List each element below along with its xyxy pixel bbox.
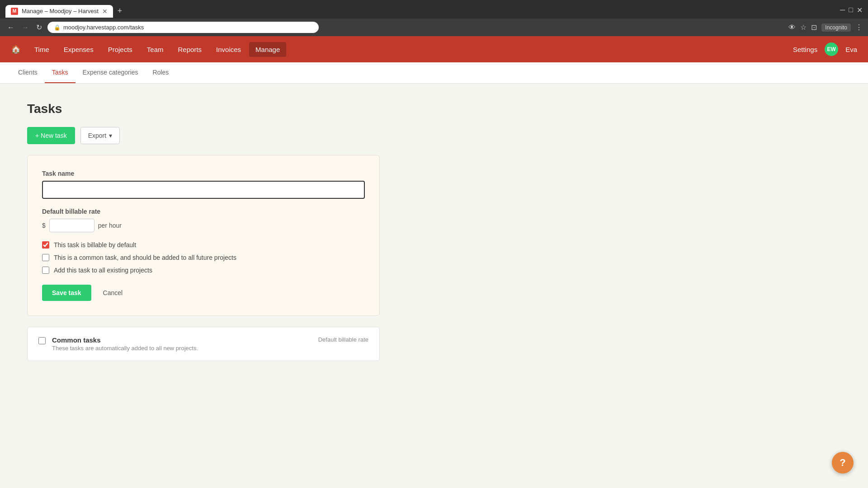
checkbox-billable-label: This task is billable by default	[54, 241, 136, 249]
tab-favicon: M	[11, 8, 18, 15]
close-button[interactable]: ✕	[857, 6, 863, 14]
common-tasks-select-all[interactable]	[38, 337, 46, 344]
back-button[interactable]: ←	[5, 22, 16, 33]
common-tasks-description: These tasks are automatically added to a…	[52, 345, 312, 352]
billable-rate-section: Default billable rate $ per hour	[42, 208, 365, 232]
nav-links: Time Expenses Projects Team Reports Invo…	[28, 42, 286, 57]
nav-reports[interactable]: Reports	[172, 42, 208, 57]
home-link[interactable]: 🏠	[11, 44, 21, 54]
common-tasks-rate-label: Default billable rate	[318, 336, 368, 343]
billable-rate-label: Default billable rate	[42, 208, 365, 215]
common-tasks-section: Common tasks These tasks are automatical…	[27, 327, 380, 361]
browser-tab[interactable]: M Manage – Moodjoy – Harvest ✕	[5, 5, 113, 18]
user-name: Eva	[845, 46, 857, 53]
common-tasks-title: Common tasks	[52, 336, 312, 344]
nav-team[interactable]: Team	[141, 42, 170, 57]
user-avatar[interactable]: EW	[825, 42, 838, 56]
task-name-label: Task name	[42, 170, 365, 177]
main-content: Tasks + New task Export ▾ Task name Defa…	[0, 84, 868, 488]
window-controls: ─ □ ✕	[840, 6, 863, 16]
checkbox-group: This task is billable by default This is…	[42, 241, 365, 274]
chevron-down-icon: ▾	[109, 132, 112, 139]
nav-expenses[interactable]: Expenses	[57, 42, 100, 57]
tab-close-button[interactable]: ✕	[102, 8, 108, 15]
sub-nav-clients[interactable]: Clients	[11, 62, 45, 83]
tab-bar: M Manage – Moodjoy – Harvest ✕ + ─ □ ✕	[0, 0, 868, 19]
export-button[interactable]: Export ▾	[80, 127, 120, 144]
sub-nav-tasks[interactable]: Tasks	[45, 62, 75, 83]
save-task-button[interactable]: Save task	[42, 285, 91, 301]
task-name-input[interactable]	[42, 181, 365, 199]
currency-symbol: $	[42, 222, 46, 229]
address-bar[interactable]: 🔒 moodjoy.harvestapp.com/tasks	[47, 22, 319, 33]
checkbox-existing-label: Add this task to all existing projects	[54, 267, 152, 274]
browser-chrome: M Manage – Moodjoy – Harvest ✕ + ─ □ ✕ ←…	[0, 0, 868, 36]
visibility-off-icon: 👁	[788, 23, 796, 32]
tab-title: Manage – Moodjoy – Harvest	[22, 8, 99, 14]
app-nav: 🏠 Time Expenses Projects Team Reports In…	[0, 36, 868, 62]
checkbox-billable-row: This task is billable by default	[42, 241, 365, 249]
form-actions: Save task Cancel	[42, 285, 365, 301]
maximize-button[interactable]: □	[849, 6, 853, 14]
minimize-button[interactable]: ─	[840, 6, 845, 14]
toolbar-right: 👁 ☆ ⊡ Incognito ⋮	[788, 23, 863, 32]
task-form: Task name Default billable rate $ per ho…	[27, 155, 380, 316]
sub-nav-expense-categories[interactable]: Expense categories	[75, 62, 146, 83]
checkbox-common[interactable]	[42, 254, 49, 261]
export-label: Export	[88, 132, 106, 139]
lock-icon: 🔒	[54, 24, 61, 31]
per-hour-label: per hour	[98, 222, 122, 229]
nav-time[interactable]: Time	[28, 42, 56, 57]
help-button[interactable]: ?	[832, 452, 854, 474]
common-tasks-header: Common tasks These tasks are automatical…	[38, 336, 368, 352]
new-task-button[interactable]: + New task	[27, 127, 75, 144]
star-icon[interactable]: ☆	[800, 23, 807, 32]
sub-nav: Clients Tasks Expense categories Roles	[0, 62, 868, 84]
checkbox-common-row: This is a common task, and should be add…	[42, 254, 365, 261]
address-text: moodjoy.harvestapp.com/tasks	[63, 24, 144, 31]
nav-manage[interactable]: Manage	[249, 42, 286, 57]
sub-nav-roles[interactable]: Roles	[146, 62, 176, 83]
new-tab-button[interactable]: +	[115, 4, 125, 19]
settings-link[interactable]: Settings	[793, 46, 817, 53]
checkbox-common-label: This is a common task, and should be add…	[54, 254, 236, 261]
sidebar-icon[interactable]: ⊡	[811, 23, 817, 32]
billable-rate-row: $ per hour	[42, 219, 365, 232]
more-icon[interactable]: ⋮	[855, 23, 863, 32]
checkbox-existing-row: Add this task to all existing projects	[42, 267, 365, 274]
common-tasks-info: Common tasks These tasks are automatical…	[52, 336, 312, 352]
nav-invoices[interactable]: Invoices	[210, 42, 247, 57]
nav-right: Settings EW Eva	[793, 42, 857, 56]
checkbox-billable[interactable]	[42, 241, 49, 249]
browser-toolbar: ← → ↻ 🔒 moodjoy.harvestapp.com/tasks 👁 ☆…	[0, 19, 868, 36]
cancel-button[interactable]: Cancel	[96, 285, 130, 301]
page-title: Tasks	[27, 102, 841, 116]
nav-projects[interactable]: Projects	[102, 42, 139, 57]
reload-button[interactable]: ↻	[34, 21, 44, 33]
rate-input[interactable]	[49, 219, 94, 232]
toolbar: + New task Export ▾	[27, 127, 841, 144]
incognito-badge: Incognito	[821, 23, 851, 32]
checkbox-existing[interactable]	[42, 267, 49, 274]
forward-button[interactable]: →	[20, 22, 31, 33]
